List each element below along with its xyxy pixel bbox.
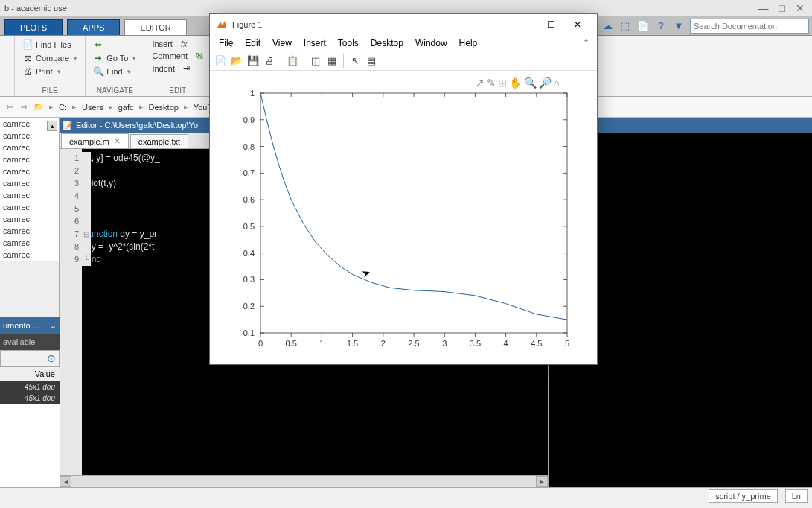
svg-text:4.5: 4.5 — [531, 339, 542, 348]
figure-minimize-button[interactable]: — — [511, 14, 537, 35]
figure-title-text: Figure 1 — [232, 20, 511, 29]
panel-menu-icon[interactable]: ⊙ — [47, 352, 56, 364]
breadcrumb[interactable]: gafc — [118, 103, 134, 112]
workspace-col-header[interactable]: Value — [0, 367, 60, 381]
workspace-header[interactable]: ⊙ — [0, 350, 60, 366]
search-icon: 🔍 — [93, 66, 103, 77]
open-icon[interactable]: 📂 — [229, 54, 244, 69]
compare-button[interactable]: ⚖Compare▾ — [21, 52, 79, 64]
menu-desktop[interactable]: Desktop — [365, 36, 409, 50]
chevron-down-icon: ▾ — [74, 54, 77, 62]
figure-axes-area[interactable]: ↗ ✎ ⊞ ✋ 🔍 🔎 ⌂ 00.511.522.533.544.550.10.… — [210, 71, 597, 364]
figure-title-bar[interactable]: Figure 1 — ☐ ✕ — [210, 14, 597, 35]
main-minimize-button[interactable]: — — [758, 2, 769, 14]
scroll-up-icon[interactable]: ▴ — [47, 121, 57, 131]
pointer-icon[interactable]: ↖ — [348, 54, 362, 69]
goto-button[interactable]: ➜Go To▾ — [92, 52, 138, 64]
details-selected: available — [0, 334, 60, 350]
tab-apps[interactable]: APPS — [67, 19, 120, 35]
svg-text:0.7: 0.7 — [243, 168, 255, 177]
svg-text:3: 3 — [442, 339, 447, 348]
figure-menu-bar: File Edit View Insert Tools Desktop Wind… — [210, 35, 597, 51]
folder-icon[interactable]: 📁 — [33, 101, 45, 113]
line-plot[interactable]: 00.511.522.533.544.550.10.20.30.40.50.60… — [210, 71, 597, 364]
chevron-down-icon: ▾ — [57, 68, 61, 75]
svg-text:4: 4 — [504, 339, 508, 348]
find-files-button[interactable]: 📄Find Files — [21, 39, 79, 51]
svg-text:0.6: 0.6 — [243, 195, 255, 204]
figure-maximize-button[interactable]: ☐ — [537, 14, 564, 35]
workspace-var-row[interactable]: 45x1 dou — [0, 393, 60, 404]
nav-arrows-button[interactable]: ⇔ — [92, 39, 138, 51]
fold-gutter[interactable]: ⊟│└ — [82, 152, 91, 266]
svg-text:3.5: 3.5 — [470, 339, 481, 348]
svg-text:0: 0 — [258, 339, 263, 348]
workspace-var-row[interactable]: 45x1 dou — [0, 381, 60, 393]
quick-dropdown-icon[interactable]: ▼ — [672, 19, 685, 33]
menu-collapse-icon[interactable]: ⌃ — [583, 38, 594, 48]
details-header[interactable]: umento … ⌄ — [0, 317, 60, 334]
back-icon[interactable]: ⇦ — [3, 101, 15, 113]
quick-layout-icon[interactable]: ⬚ — [618, 19, 632, 33]
find-button[interactable]: 🔍Find▾ — [92, 66, 138, 77]
workspace-panel: Value 45x1 dou 45x1 dou — [0, 366, 60, 487]
colorbar-icon[interactable]: ▦ — [325, 54, 339, 69]
breadcrumb[interactable]: C: — [59, 103, 67, 112]
comment-button[interactable]: Comment % — [150, 51, 205, 61]
print-icon[interactable]: 🖨 — [262, 54, 277, 69]
editor-doc-icon: 📝 — [63, 121, 73, 130]
main-close-button[interactable]: ✕ — [796, 2, 805, 14]
menu-edit[interactable]: Edit — [239, 36, 266, 50]
insert-button[interactable]: Insert fx — [150, 39, 205, 49]
breadcrumb[interactable]: Desktop — [149, 103, 179, 112]
menu-help[interactable]: Help — [453, 36, 484, 50]
status-function: script / y_prime — [709, 489, 778, 503]
tab-plots[interactable]: PLOTS — [4, 19, 63, 35]
quick-help-icon[interactable]: ? — [654, 19, 668, 33]
left-column: camreccamreccamreccamreccamreccamreccamr… — [0, 118, 60, 487]
menu-tools[interactable]: Tools — [332, 36, 365, 50]
search-input[interactable] — [690, 19, 809, 34]
status-line: Ln — [785, 489, 808, 503]
editor-tab-active[interactable]: example.m ✕ — [61, 133, 129, 148]
menu-window[interactable]: Window — [409, 36, 453, 50]
hscroll-right-icon[interactable]: ▸ — [536, 476, 548, 487]
forward-icon[interactable]: ⇨ — [18, 101, 30, 113]
clipboard-icon[interactable]: 📋 — [285, 54, 300, 69]
editor-tab[interactable]: example.txt — [130, 134, 188, 148]
svg-text:0.5: 0.5 — [286, 339, 297, 348]
quick-addon-icon[interactable]: ☁ — [601, 19, 614, 33]
chevron-down-icon: ⌄ — [50, 321, 57, 331]
menu-view[interactable]: View — [266, 36, 298, 50]
svg-text:1.5: 1.5 — [347, 339, 358, 348]
indent-button[interactable]: Indent ⇥ — [150, 63, 205, 74]
main-maximize-button[interactable]: □ — [779, 2, 785, 14]
percent-icon: % — [196, 51, 203, 60]
svg-text:2.5: 2.5 — [408, 339, 419, 348]
breadcrumb[interactable]: Users — [82, 103, 103, 112]
chevron-down-icon: ▾ — [127, 68, 131, 75]
menu-insert[interactable]: Insert — [298, 36, 332, 50]
svg-text:5: 5 — [565, 339, 569, 348]
hscroll-left-icon[interactable]: ◂ — [60, 476, 71, 487]
insert-legend-icon[interactable]: ▤ — [364, 54, 379, 69]
close-icon[interactable]: ✕ — [114, 136, 121, 146]
find-files-icon: 📄 — [22, 39, 33, 50]
svg-text:0.9: 0.9 — [243, 115, 255, 124]
svg-text:0.1: 0.1 — [243, 328, 255, 337]
svg-text:0.5: 0.5 — [243, 222, 255, 231]
link-icon[interactable]: ◫ — [308, 54, 323, 69]
figure-toolbar: 📄 📂 💾 🖨 📋 ◫ ▦ ↖ ▤ — [210, 51, 597, 71]
editor-hscroll[interactable]: ◂ ▸ — [60, 475, 548, 487]
svg-text:0.2: 0.2 — [243, 302, 255, 311]
tab-editor[interactable]: EDITOR — [124, 19, 186, 35]
goto-icon: ➜ — [93, 53, 103, 63]
matlab-icon — [216, 19, 228, 31]
menu-file[interactable]: File — [213, 36, 239, 50]
quick-doc-icon[interactable]: 📄 — [636, 19, 650, 33]
new-figure-icon[interactable]: 📄 — [213, 54, 228, 69]
print-button[interactable]: 🖨Print▾ — [21, 66, 79, 77]
svg-text:0.4: 0.4 — [243, 249, 255, 258]
save-icon[interactable]: 💾 — [246, 54, 260, 69]
figure-close-button[interactable]: ✕ — [564, 14, 591, 35]
